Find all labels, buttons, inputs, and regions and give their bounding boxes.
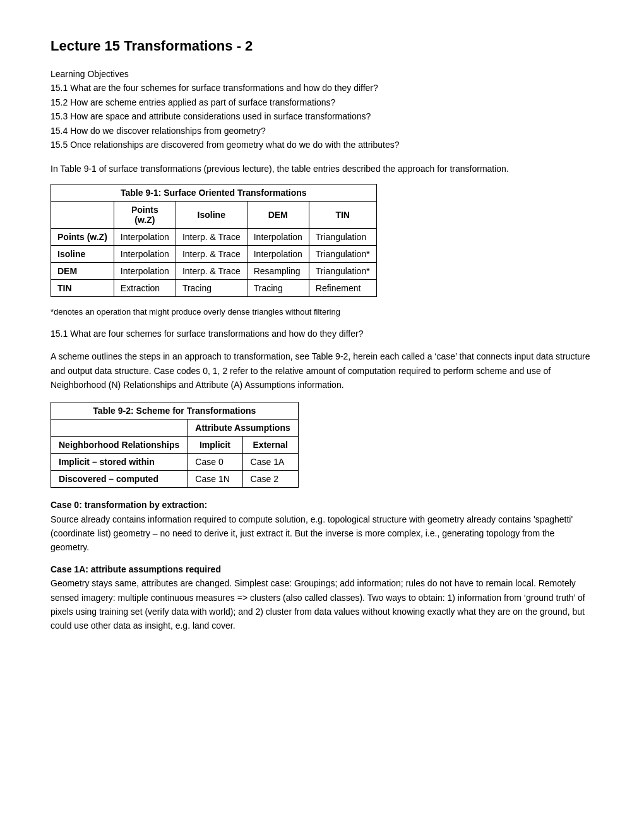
col-header-input-output [51,201,114,228]
table92-row2-external: Case 2 [242,471,298,488]
col-header-tin: TIN [309,201,376,228]
table92-implicit-header: Implicit [188,437,242,454]
row-label-tin: TIN [51,279,114,296]
table92-row1-label: Implicit – stored within [51,454,188,471]
table92-empty-cell [51,420,188,437]
cell-tin-tin: Refinement [309,279,376,296]
case1a-section: Case 1A: attribute assumptions required … [51,562,593,633]
objective-3: 15.3 How are space and attribute conside… [51,109,593,123]
cell-isoline-points: Interpolation [114,245,176,262]
table-row: Points (w.Z) Interpolation Interp. & Tra… [51,228,377,245]
col-header-points: Points(w.Z) [114,201,176,228]
table92: Table 9-2: Scheme for Transformations At… [51,402,299,488]
cell-points-isoline: Interp. & Trace [176,228,247,245]
objective-5: 15.5 Once relationships are discovered f… [51,138,593,152]
table92-neighborhood-label: Neighborhood Relationships [51,437,188,454]
case0-text: Source already contains information requ… [51,514,573,553]
intro-paragraph: In Table 9-1 of surface transformations … [51,162,593,176]
col-header-dem: DEM [247,201,309,228]
table92-title: Table 9-2: Scheme for Transformations [51,402,299,420]
cell-dem-dem: Resampling [247,262,309,279]
cell-tin-dem: Tracing [247,279,309,296]
table91-title: Table 9-1: Surface Oriented Transformati… [51,184,377,201]
table91: Table 9-1: Surface Oriented Transformati… [51,184,377,297]
objective-1: 15.1 What are the four schemes for surfa… [51,81,593,95]
learning-objectives-label: Learning Objectives [51,69,129,79]
cell-isoline-tin: Triangulation* [309,245,376,262]
cell-points-dem: Interpolation [247,228,309,245]
cell-isoline-isoline: Interp. & Trace [176,245,247,262]
table-row: Discovered – computed Case 1N Case 2 [51,471,299,488]
section-question-15-1: 15.1 What are four schemes for surface t… [51,327,593,341]
case0-title: Case 0: transformation by extraction: [51,500,207,510]
learning-objectives-section: Learning Objectives15.1 What are the fou… [51,67,593,152]
cell-points-points: Interpolation [114,228,176,245]
cell-dem-tin: Triangulation* [309,262,376,279]
cell-tin-isoline: Tracing [176,279,247,296]
scheme-paragraph: A scheme outlines the steps in an approa… [51,349,593,392]
table92-external-header: External [242,437,298,454]
table-row: Isoline Interpolation Interp. & Trace In… [51,245,377,262]
table-row: TIN Extraction Tracing Tracing Refinemen… [51,279,377,296]
case1a-title: Case 1A: attribute assumptions required [51,564,221,574]
objective-2: 15.2 How are scheme entries applied as p… [51,95,593,109]
page-title: Lecture 15 Transformations - 2 [51,38,593,54]
cell-points-tin: Triangulation [309,228,376,245]
row-label-points: Points (w.Z) [51,228,114,245]
cell-tin-points: Extraction [114,279,176,296]
table-row: Implicit – stored within Case 0 Case 1A [51,454,299,471]
cell-dem-isoline: Interp. & Trace [176,262,247,279]
table92-row2-label: Discovered – computed [51,471,188,488]
row-label-dem: DEM [51,262,114,279]
table92-row1-external: Case 1A [242,454,298,471]
table92-row2-implicit: Case 1N [188,471,242,488]
table91-footnote: *denotes an operation that might produce… [51,307,593,317]
table92-attr-assumptions-header: Attribute Assumptions [188,420,298,437]
case0-section: Case 0: transformation by extraction: So… [51,498,593,555]
col-header-isoline: Isoline [176,201,247,228]
case1a-text: Geometry stays same, attributes are chan… [51,578,585,631]
table91-container: Table 9-1: Surface Oriented Transformati… [51,184,593,297]
cell-isoline-dem: Interpolation [247,245,309,262]
cell-dem-points: Interpolation [114,262,176,279]
table92-container: Table 9-2: Scheme for Transformations At… [51,402,593,488]
row-label-isoline: Isoline [51,245,114,262]
objective-4: 15.4 How do we discover relationships fr… [51,124,593,138]
table92-row1-implicit: Case 0 [188,454,242,471]
table-row: DEM Interpolation Interp. & Trace Resamp… [51,262,377,279]
